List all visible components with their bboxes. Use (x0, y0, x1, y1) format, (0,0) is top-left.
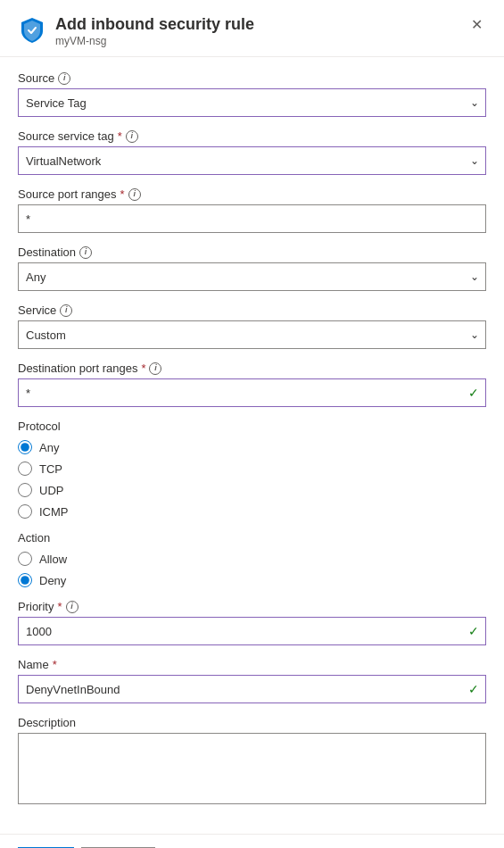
service-label: Service i (18, 303, 486, 317)
service-info-icon[interactable]: i (60, 304, 72, 317)
source-port-ranges-label: Source port ranges * i (18, 187, 486, 201)
footer: Add Cancel Give feedback (0, 834, 504, 848)
source-info-icon[interactable]: i (58, 72, 70, 85)
priority-input[interactable] (18, 617, 486, 645)
panel-subtitle: myVM-nsg (55, 35, 254, 47)
protocol-icmp-item[interactable]: ICMP (18, 504, 486, 519)
source-service-tag-select-wrapper: VirtualNetwork Internet AzureLoadBalance… (18, 146, 486, 175)
protocol-any-radio[interactable] (18, 440, 32, 454)
protocol-udp-radio[interactable] (18, 483, 32, 497)
destination-select[interactable]: Any IP Addresses Service Tag VirtualNetw… (18, 262, 486, 291)
priority-info-icon[interactable]: i (66, 601, 78, 613)
action-allow-radio[interactable] (18, 552, 32, 566)
required-star: * (118, 129, 122, 143)
close-button[interactable]: ✕ (467, 14, 486, 36)
destination-port-ranges-info-icon[interactable]: i (149, 362, 161, 375)
panel-title: Add inbound security rule (55, 14, 254, 35)
action-label: Action (18, 531, 486, 545)
source-service-tag-label: Source service tag * i (18, 129, 486, 143)
name-input-wrapper: ✓ (18, 675, 486, 703)
destination-port-ranges-input-wrapper: ✓ (18, 378, 486, 407)
source-label: Source i (18, 71, 486, 85)
description-textarea[interactable] (18, 733, 486, 804)
action-deny-item[interactable]: Deny (18, 573, 486, 587)
protocol-any-item[interactable]: Any (18, 440, 486, 454)
protocol-label: Protocol (18, 420, 486, 433)
source-port-ranges-input-wrapper (18, 204, 486, 233)
source-service-tag-field-group: Source service tag * i VirtualNetwork In… (18, 129, 486, 175)
required-star-5: * (53, 658, 57, 671)
action-allow-item[interactable]: Allow (18, 552, 486, 566)
protocol-udp-label: UDP (39, 484, 63, 497)
source-service-tag-info-icon[interactable]: i (126, 130, 138, 143)
action-field-group: Action Allow Deny (18, 531, 486, 587)
destination-info-icon[interactable]: i (79, 246, 92, 259)
header: Add inbound security rule myVM-nsg ✕ (0, 0, 504, 57)
required-star-2: * (120, 187, 125, 201)
destination-port-ranges-label: Destination port ranges * i (18, 362, 486, 375)
protocol-field-group: Protocol Any TCP UDP ICMP (18, 420, 486, 519)
destination-field-group: Destination i Any IP Addresses Service T… (18, 245, 486, 291)
protocol-udp-item[interactable]: UDP (18, 483, 486, 497)
protocol-icmp-label: ICMP (39, 505, 69, 519)
protocol-radio-group: Any TCP UDP ICMP (18, 440, 486, 519)
source-port-ranges-field-group: Source port ranges * i (18, 187, 486, 233)
action-deny-radio[interactable] (18, 573, 32, 587)
protocol-tcp-radio[interactable] (18, 461, 32, 476)
service-select-wrapper: Custom HTTP HTTPS RDP SSH ⌄ (18, 320, 486, 349)
source-select[interactable]: Service Tag IP Addresses Any My IP addre… (18, 88, 486, 117)
name-input[interactable] (18, 675, 486, 703)
service-select[interactable]: Custom HTTP HTTPS RDP SSH (18, 320, 486, 349)
form-body: Source i Service Tag IP Addresses Any My… (0, 57, 504, 834)
name-field-group: Name * ✓ (18, 658, 486, 703)
action-deny-label: Deny (39, 574, 66, 587)
destination-label: Destination i (18, 245, 486, 259)
protocol-any-label: Any (39, 441, 59, 454)
header-text: Add inbound security rule myVM-nsg (55, 14, 254, 47)
protocol-icmp-radio[interactable] (18, 504, 32, 519)
protocol-tcp-item[interactable]: TCP (18, 461, 486, 476)
destination-port-ranges-input[interactable] (18, 378, 486, 407)
service-field-group: Service i Custom HTTP HTTPS RDP SSH ⌄ (18, 303, 486, 349)
destination-port-check-icon: ✓ (468, 386, 479, 400)
priority-field-group: Priority * i ✓ (18, 600, 486, 645)
priority-input-wrapper: ✓ (18, 617, 486, 645)
description-field-group: Description (18, 716, 486, 807)
action-allow-label: Allow (39, 553, 67, 566)
name-check-icon: ✓ (468, 682, 479, 696)
source-service-tag-select[interactable]: VirtualNetwork Internet AzureLoadBalance… (18, 146, 486, 175)
source-port-ranges-info-icon[interactable]: i (128, 188, 141, 201)
source-field-group: Source i Service Tag IP Addresses Any My… (18, 71, 486, 117)
destination-select-wrapper: Any IP Addresses Service Tag VirtualNetw… (18, 262, 486, 291)
description-label: Description (18, 716, 486, 729)
shield-icon (18, 16, 46, 45)
panel: Add inbound security rule myVM-nsg ✕ Sou… (0, 0, 504, 848)
name-label: Name * (18, 658, 486, 671)
header-left: Add inbound security rule myVM-nsg (18, 14, 254, 47)
protocol-tcp-label: TCP (39, 462, 62, 476)
source-select-wrapper: Service Tag IP Addresses Any My IP addre… (18, 88, 486, 117)
destination-port-ranges-field-group: Destination port ranges * i ✓ (18, 362, 486, 407)
source-port-ranges-input[interactable] (18, 204, 486, 233)
priority-check-icon: ✓ (468, 624, 479, 638)
required-star-4: * (57, 600, 62, 613)
priority-label: Priority * i (18, 600, 486, 613)
action-radio-group: Allow Deny (18, 552, 486, 587)
required-star-3: * (141, 362, 145, 375)
